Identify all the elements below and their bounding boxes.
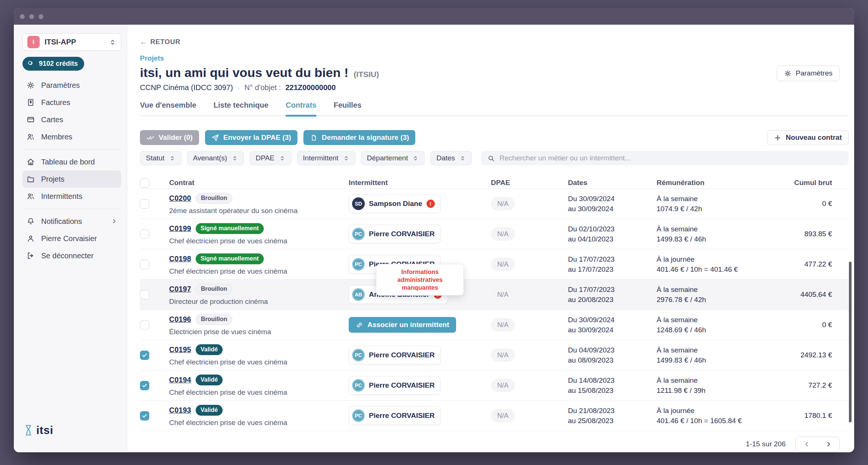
row-checkbox[interactable] [140, 411, 149, 421]
sidebar-item-label: Intermittents [41, 192, 82, 201]
hourglass-icon [24, 424, 33, 436]
pay-detail: 401.46 € / 10h = 401.46 € [657, 264, 784, 274]
associate-intermittent-button[interactable]: Associer un intermittent [349, 317, 456, 333]
window-zoom-button[interactable] [39, 14, 43, 19]
credits-badge[interactable]: 9102 crédits [22, 57, 84, 71]
row-checkbox[interactable] [140, 290, 149, 299]
vertical-scrollbar[interactable] [849, 262, 852, 422]
tab-liste-technique[interactable]: Liste technique [214, 101, 269, 116]
date-to: au 04/10/2023 [568, 234, 657, 244]
filter-intermittent[interactable]: Intermittent [297, 151, 355, 165]
intermittent-chip[interactable]: PC Pierre CORVAISIER [349, 225, 441, 243]
contract-link[interactable]: C0195 [169, 345, 191, 354]
sidebar-item-label: Paramètres [41, 81, 80, 90]
validate-button[interactable]: Valider (0) [140, 130, 199, 145]
contract-link[interactable]: C0197 [169, 285, 191, 293]
invoice-icon [26, 98, 35, 107]
filter-departement[interactable]: Département [361, 151, 425, 165]
next-page-button[interactable] [817, 437, 839, 451]
status-badge: Validé [196, 344, 223, 355]
filter-statut[interactable]: Statut [140, 151, 181, 165]
row-checkbox[interactable] [140, 381, 149, 390]
sidebar-item-factures[interactable]: Factures [22, 94, 121, 111]
tab-feuilles[interactable]: Feuilles [334, 101, 361, 116]
window-minimize-button[interactable] [29, 14, 34, 19]
coins-icon [27, 60, 35, 68]
col-intermittent: Intermittent [349, 179, 491, 187]
date-to: au 30/09/2024 [568, 325, 657, 335]
filter-dpae[interactable]: DPAE [250, 151, 291, 165]
row-checkbox[interactable] [140, 351, 149, 360]
cumul-value: 4405.64 € [784, 290, 849, 299]
row-checkbox[interactable] [140, 199, 149, 209]
avatar: PC [352, 379, 365, 392]
dpae-status: N/A [491, 318, 515, 332]
date-to: au 08/09/2023 [568, 355, 657, 365]
request-signature-button[interactable]: Demander la signature (3) [303, 130, 415, 145]
sidebar-item-intermittents[interactable]: Intermittents [22, 188, 121, 205]
row-checkbox[interactable] [140, 230, 149, 239]
sidebar-item-tableau-de-bord[interactable]: Tableau de bord [22, 153, 121, 170]
sidebar-item-logout[interactable]: Se déconnecter [22, 247, 121, 264]
pagination-range: 1-15 sur 206 [746, 440, 786, 448]
intermittent-chip[interactable]: SD Sampson Diane ! [349, 194, 441, 213]
sidebar-item-notifications[interactable]: Notifications [22, 213, 121, 230]
intermittent-chip[interactable]: PC Pierre CORVAISIER [349, 346, 441, 364]
cumul-value: 477.22 € [784, 260, 849, 268]
status-badge: Validé [196, 375, 223, 385]
contract-job: Chef électricien prise de vues cinéma [169, 237, 349, 245]
select-all-checkbox[interactable] [140, 178, 149, 188]
sidebar-item-membres[interactable]: Membres [22, 128, 121, 145]
intermittent-chip[interactable]: PC Pierre CORVAISIER [349, 376, 441, 395]
row-checkbox[interactable] [140, 260, 149, 269]
logout-icon [26, 251, 35, 260]
send-dpae-button[interactable]: Envoyer la DPAE (3) [205, 130, 297, 145]
users-icon [26, 192, 35, 201]
sidebar-item-cartes[interactable]: Cartes [22, 111, 121, 128]
contract-link[interactable]: C0198 [169, 255, 191, 263]
breadcrumb[interactable]: Projets [140, 54, 849, 62]
window-close-button[interactable] [20, 14, 25, 19]
search-input[interactable] [499, 154, 843, 162]
pay-detail: 1499.83 € / 46h [657, 355, 784, 365]
send-icon [211, 134, 219, 142]
chevron-updown-icon [459, 155, 466, 161]
sidebar-item-label: Cartes [41, 116, 63, 124]
avatar: PC [352, 228, 365, 240]
filter-avenants[interactable]: Avenant(s) [187, 151, 244, 165]
contract-job: Chef électricien prise de vues cinéma [169, 267, 349, 275]
sidebar-item-parametres[interactable]: Paramètres [22, 77, 121, 94]
col-dates: Dates [568, 179, 657, 187]
contract-link[interactable]: C0193 [169, 406, 191, 415]
row-checkbox[interactable] [140, 320, 149, 330]
date-from: Du 14/08/2023 [568, 375, 657, 385]
object-number-value: 221Z00000000 [285, 83, 336, 92]
date-to: au 30/09/2024 [568, 204, 657, 214]
table-row: C0195 Validé Chef électricien prise de v… [140, 340, 849, 370]
back-button[interactable]: ← RETOUR [140, 38, 180, 46]
tab-contrats[interactable]: Contrats [285, 101, 316, 116]
contract-link[interactable]: C0200 [169, 194, 191, 203]
avatar: PC [352, 349, 365, 361]
contract-link[interactable]: C0194 [169, 376, 191, 384]
chevron-updown-icon [109, 39, 116, 46]
itsi-logo: itsi [24, 424, 53, 437]
sidebar-item-user[interactable]: Pierre Corvaisier [22, 230, 121, 247]
folder-icon [26, 175, 35, 184]
sidebar-item-projets[interactable]: Projets [22, 170, 121, 188]
workspace-selector[interactable]: I ITSI-APP [22, 33, 121, 51]
tab-vue-densemble[interactable]: Vue d'ensemble [140, 101, 196, 116]
contract-job: Chef électricien prise de vues cinéma [169, 388, 349, 397]
col-contrat: Contrat [169, 179, 349, 187]
previous-page-button[interactable] [796, 437, 817, 451]
page-title: itsi, un ami qui vous veut du bien ! [140, 65, 348, 80]
status-badge: Brouillon [196, 193, 232, 204]
table-row: C0197 Brouillon Directeur de production … [140, 279, 849, 310]
contract-link[interactable]: C0199 [169, 224, 191, 233]
link-icon [355, 321, 363, 329]
intermittent-chip[interactable]: PC Pierre CORVAISIER [349, 406, 441, 425]
new-contract-button[interactable]: Nouveau contrat [767, 130, 849, 145]
contract-link[interactable]: C0196 [169, 315, 191, 324]
filter-dates[interactable]: Dates [430, 151, 472, 165]
project-settings-button[interactable]: Paramètres [777, 65, 840, 81]
